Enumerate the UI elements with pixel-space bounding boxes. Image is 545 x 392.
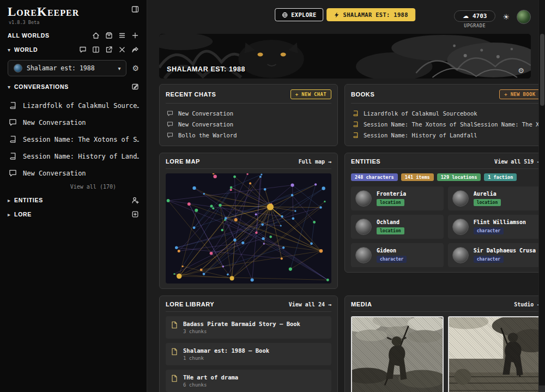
entities-card: ENTITIES View all 519 → 248 characters 1… bbox=[344, 153, 545, 273]
entity-name: Sir Dalphaeus Crusade bbox=[474, 248, 536, 255]
current-world-tab[interactable]: SHALAMAR EST: 1988 bbox=[327, 8, 415, 21]
recent-chats-title: RECENT CHATS bbox=[166, 91, 216, 98]
view-all-library-link[interactable]: View all 24 → bbox=[289, 301, 331, 307]
entity-badges: 248 characters 141 items 129 locations 1… bbox=[351, 173, 540, 181]
book-item[interactable]: Session Name: The Xotons of ShalSession … bbox=[351, 119, 540, 130]
app-window: LoreKeeper v1.8.3 Beta ALL WORLDS ▾ WORL… bbox=[0, 0, 545, 392]
user-avatar[interactable] bbox=[517, 10, 531, 24]
scrollbar-thumb[interactable] bbox=[540, 34, 544, 106]
book-item[interactable]: Lizardfolk of Calakmul Sourcebook bbox=[351, 108, 540, 119]
list-icon[interactable] bbox=[118, 32, 126, 39]
entity-type-badge: character bbox=[377, 256, 407, 263]
entity-item[interactable]: Fronteria location bbox=[351, 186, 444, 210]
add-world-icon[interactable] bbox=[131, 32, 139, 39]
new-conversation-icon[interactable] bbox=[131, 83, 139, 91]
library-item[interactable]: Badass Pirate Barmaid Story — Book 3 chu… bbox=[166, 316, 331, 339]
recent-chat-label: New Conversation bbox=[178, 110, 233, 117]
conversation-item[interactable]: New Conversation bbox=[8, 114, 139, 131]
book-label: Session Name: History of Landfall bbox=[364, 132, 477, 138]
close-icon[interactable] bbox=[118, 46, 126, 53]
credits-block: ☁ 4703 UPGRADE bbox=[454, 10, 496, 28]
conversation-item[interactable]: New Conversation bbox=[8, 165, 139, 182]
new-chat-button[interactable]: + NEW CHAT bbox=[290, 89, 331, 99]
world-chat-icon[interactable] bbox=[79, 46, 87, 53]
world-settings-icon[interactable]: ⚙ bbox=[132, 64, 139, 73]
entity-name: Aurelia bbox=[474, 191, 501, 198]
media-image-1[interactable] bbox=[351, 316, 444, 392]
entity-name: Öchland bbox=[377, 219, 404, 226]
banner-settings-icon[interactable]: ⚙ bbox=[518, 67, 524, 75]
credits-pill[interactable]: ☁ 4703 bbox=[454, 10, 496, 22]
page-scrollbar[interactable] bbox=[538, 0, 545, 392]
book-item[interactable]: Session Name: History of Landfall bbox=[351, 130, 540, 141]
archive-box-icon[interactable] bbox=[105, 32, 113, 39]
view-all-entities-link[interactable]: View all 519 → bbox=[494, 159, 540, 165]
library-item-meta: 3 chunks bbox=[183, 329, 300, 334]
collapse-sidebar-icon[interactable] bbox=[131, 5, 139, 13]
entity-item[interactable]: Aurelia location bbox=[448, 186, 541, 210]
conversation-label: Session Name: History of Land… bbox=[23, 153, 139, 160]
recent-chat-label: Bollo the Warlord bbox=[178, 132, 237, 138]
app-logo: LoreKeeper bbox=[8, 5, 79, 18]
conversation-label: Lizardfolk of Calakmul Source… bbox=[23, 102, 139, 110]
home-icon[interactable] bbox=[92, 32, 100, 39]
brand-block: LoreKeeper v1.8.3 Beta bbox=[8, 5, 79, 25]
view-all-conversations[interactable]: View all (170) bbox=[8, 184, 139, 190]
upgrade-link[interactable]: UPGRADE bbox=[464, 23, 486, 28]
books-card: BOOKS + NEW BOOK Lizardfolk of Calakmul … bbox=[344, 84, 545, 146]
entity-count-badge[interactable]: 129 locations bbox=[437, 173, 481, 181]
explore-tab[interactable]: EXPLORE bbox=[275, 8, 323, 21]
entities-chevron-icon[interactable]: ▸ bbox=[8, 197, 10, 203]
entity-count-badge[interactable]: 1 faction bbox=[484, 173, 517, 181]
entity-count-badge[interactable]: 248 characters bbox=[351, 173, 398, 181]
library-item[interactable]: Shalamar est: 1988 — Book 1 chunk bbox=[166, 343, 331, 365]
conversation-label: New Conversation bbox=[23, 170, 86, 177]
entity-item[interactable]: Öchland location bbox=[351, 215, 444, 239]
conversation-item[interactable]: Lizardfolk of Calakmul Source… bbox=[8, 97, 139, 114]
document-icon bbox=[171, 375, 178, 382]
add-lore-icon[interactable] bbox=[131, 210, 139, 218]
media-image-2[interactable] bbox=[448, 316, 541, 392]
world-chevron-icon[interactable]: ▾ bbox=[8, 47, 10, 53]
library-item-title: Shalamar est: 1988 — Book bbox=[183, 347, 269, 354]
export-icon[interactable] bbox=[105, 46, 113, 53]
split-view-icon[interactable] bbox=[92, 46, 100, 53]
library-item[interactable]: THe art of drama 6 chunks bbox=[166, 370, 331, 392]
book-icon bbox=[352, 132, 359, 138]
recent-chat-item[interactable]: Bollo the Warlord bbox=[166, 130, 331, 141]
conversations-chevron-icon[interactable]: ▾ bbox=[8, 84, 10, 90]
studio-link[interactable]: Studio → bbox=[514, 301, 540, 307]
new-book-button[interactable]: + NEW BOOK bbox=[499, 89, 540, 99]
theme-toggle-icon[interactable]: ☀ bbox=[502, 13, 510, 21]
conversation-label: New Conversation bbox=[23, 119, 86, 126]
entity-type-badge: location bbox=[377, 227, 404, 234]
world-select[interactable]: Shalamar est: 1988 ▾ bbox=[8, 60, 126, 76]
media-grid bbox=[351, 316, 540, 392]
credits-count: 4703 bbox=[473, 13, 487, 20]
entity-count-badge[interactable]: 141 items bbox=[401, 173, 434, 181]
entity-type-badge: location bbox=[474, 199, 501, 206]
scrollbar-corner[interactable] bbox=[539, 385, 545, 392]
entity-type-badge: character bbox=[474, 227, 504, 234]
lore-chevron-icon[interactable]: ▸ bbox=[8, 212, 10, 218]
conversation-list: Lizardfolk of Calakmul Source… New Conve… bbox=[8, 97, 139, 182]
full-map-link[interactable]: Full map → bbox=[299, 159, 331, 165]
conversation-item[interactable]: Session Name: The Xotons of S… bbox=[8, 131, 139, 148]
recent-chat-item[interactable]: New Conversation bbox=[166, 108, 331, 119]
entity-item[interactable]: Flint Williamson character bbox=[448, 215, 541, 239]
recent-chat-item[interactable]: New Conversation bbox=[166, 119, 331, 130]
media-card: MEDIA Studio → bbox=[344, 295, 545, 392]
share-icon[interactable] bbox=[131, 46, 139, 53]
conversations-section-header: ▾ CONVERSATIONS bbox=[8, 83, 139, 91]
books-list: Lizardfolk of Calakmul Sourcebook Sessio… bbox=[351, 108, 540, 141]
all-worlds-label: ALL WORLDS bbox=[8, 32, 50, 39]
add-entity-icon[interactable] bbox=[131, 196, 139, 204]
entity-grid: Fronteria location Aurelia location bbox=[351, 186, 540, 267]
conversation-item[interactable]: Session Name: History of Land… bbox=[8, 148, 139, 165]
conversation-label: Session Name: The Xotons of S… bbox=[23, 136, 139, 143]
entity-item[interactable]: Gideon character bbox=[351, 243, 444, 267]
lore-map-graph[interactable] bbox=[166, 173, 331, 284]
entity-item[interactable]: Sir Dalphaeus Crusade character bbox=[448, 243, 541, 267]
book-icon bbox=[9, 135, 17, 143]
recent-chats-card: RECENT CHATS + NEW CHAT New Conversation… bbox=[159, 84, 338, 146]
